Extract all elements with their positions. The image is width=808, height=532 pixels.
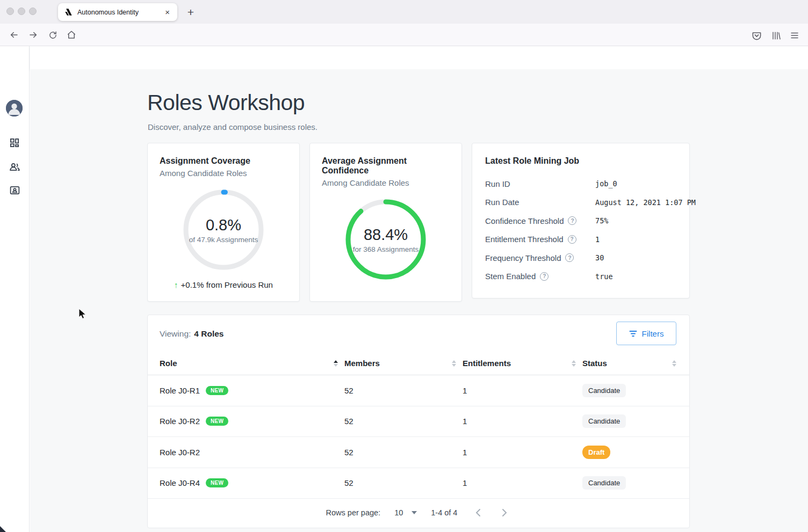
column-header-label: Entitlements [463, 359, 511, 368]
mining-job-details: Run IDjob_0Run DateAugust 12, 2021 1:07 … [485, 174, 676, 286]
mining-job-value: true [595, 272, 613, 281]
new-badge: NEW [206, 386, 228, 395]
filter-icon [629, 330, 637, 337]
role-name[interactable]: Role J0-R4 [160, 478, 200, 487]
column-header-role[interactable]: Role [160, 359, 344, 368]
back-icon[interactable] [8, 28, 20, 41]
table-row[interactable]: Role J0-R4NEW521Candidate [148, 468, 689, 499]
new-tab-button[interactable]: + [184, 5, 198, 19]
corner-cursor-artifact [0, 526, 6, 532]
mining-job-row: Run DateAugust 12, 2021 1:07 PM [485, 193, 676, 212]
reload-icon[interactable] [46, 28, 59, 41]
browser-window: Autonomous Identity × + https://autoid-u… [0, 0, 808, 532]
entitlements-count: 1 [463, 448, 582, 457]
help-icon[interactable]: ? [568, 235, 576, 244]
column-header-label: Members [344, 359, 380, 368]
status-badge: Candidate [582, 414, 626, 428]
mining-job-label: Confidence Threshold [485, 216, 564, 225]
app-top-bar [30, 46, 808, 69]
role-name[interactable]: Role J0-R2 [160, 448, 200, 457]
browser-tab-bar: Autonomous Identity × + [0, 0, 808, 24]
mouse-cursor [78, 308, 88, 320]
column-header-entitlements[interactable]: Entitlements [463, 359, 582, 368]
next-page-icon[interactable] [498, 506, 511, 519]
confidence-caption: for 368 Assignments [353, 245, 419, 253]
page-subtitle: Discover, analyze and compose business r… [148, 122, 318, 132]
latest-role-mining-job-card: Latest Role Mining Job Run IDjob_0Run Da… [472, 143, 690, 298]
sidebar-item-identities[interactable] [9, 161, 20, 172]
coverage-caption: of 47.9k Assignments [189, 236, 258, 244]
mining-job-value: 1 [595, 235, 600, 244]
table-row[interactable]: Role J0-R1NEW521Candidate [148, 375, 689, 406]
column-header-members[interactable]: Members [344, 359, 463, 368]
browser-tab[interactable]: Autonomous Identity × [58, 3, 177, 21]
assignment-coverage-card: Assignment Coverage Among Candidate Role… [147, 143, 300, 302]
app-sidebar [0, 46, 30, 532]
mining-job-label: Run Date [485, 198, 519, 207]
help-icon[interactable]: ? [568, 216, 576, 225]
members-count: 52 [344, 478, 463, 487]
members-count: 52 [344, 417, 463, 426]
table-header-row: RoleMembersEntitlementsStatus [148, 352, 689, 375]
column-header-label: Role [160, 359, 177, 368]
forward-icon[interactable] [27, 28, 40, 41]
coverage-card-subtitle: Among Candidate Roles [160, 169, 287, 178]
tab-close-icon[interactable]: × [163, 7, 172, 17]
roles-table-card: Viewing:4 Roles Filters RoleMembersEntit… [147, 315, 690, 528]
sort-icon[interactable] [572, 360, 576, 367]
table-row[interactable]: Role J0-R2521Draft [148, 437, 689, 468]
role-name[interactable]: Role J0-R1 [160, 386, 200, 395]
forgerock-favicon-icon [64, 8, 73, 16]
members-count: 52 [344, 386, 463, 395]
entitlements-count: 1 [463, 478, 582, 487]
status-badge: Candidate [582, 476, 626, 490]
window-zoom-button[interactable] [29, 8, 37, 15]
library-icon[interactable] [769, 28, 783, 42]
window-minimize-button[interactable] [18, 8, 25, 15]
rows-per-page-select[interactable]: 10 [394, 508, 417, 517]
mining-job-row: Frequency Threshold?30 [485, 249, 676, 267]
delta-up-arrow-icon: ↑ [174, 280, 178, 289]
pocket-icon[interactable] [749, 28, 763, 42]
sidebar-item-dashboard[interactable] [9, 137, 20, 149]
confidence-value: 88.4% [364, 226, 408, 244]
previous-page-icon[interactable] [471, 506, 484, 519]
page-title: Roles Workshop [147, 90, 305, 115]
home-icon[interactable] [65, 28, 78, 41]
window-close-button[interactable] [6, 8, 14, 15]
sort-icon[interactable] [672, 360, 676, 367]
table-body: Role J0-R1NEW521CandidateRole J0-R2NEW52… [148, 375, 689, 499]
user-avatar[interactable] [6, 100, 23, 116]
column-header-label: Status [582, 359, 607, 368]
tab-title: Autonomous Identity [77, 9, 163, 16]
role-name[interactable]: Role J0-R2 [160, 417, 200, 426]
mining-job-card-title: Latest Role Mining Job [485, 156, 676, 166]
mining-job-value: August 12, 2021 1:07 PM [595, 198, 696, 207]
new-badge: NEW [206, 417, 228, 426]
entitlements-count: 1 [463, 417, 582, 426]
sidebar-item-roles[interactable] [9, 184, 20, 196]
filters-button[interactable]: Filters [616, 322, 676, 345]
column-header-status[interactable]: Status [582, 359, 683, 368]
viewing-count: Viewing:4 Roles [160, 329, 223, 339]
help-icon[interactable]: ? [565, 253, 574, 262]
mining-job-row: Entitlement Threshold?1 [485, 230, 676, 249]
table-toolbar: Viewing:4 Roles Filters [148, 315, 689, 352]
mining-job-label: Run ID [485, 179, 510, 188]
mining-job-label: Frequency Threshold [485, 253, 561, 263]
mining-job-row: Run IDjob_0 [485, 174, 676, 193]
menu-hamburger-icon[interactable] [788, 28, 802, 42]
mining-job-value: 75% [595, 216, 608, 225]
table-pagination: Rows per page: 10 1-4 of 4 [148, 498, 689, 528]
sort-icon[interactable] [452, 360, 456, 367]
mining-job-value: 30 [595, 253, 604, 262]
sort-icon[interactable] [334, 360, 338, 367]
confidence-card-subtitle: Among Candidate Roles [322, 178, 450, 187]
help-icon[interactable]: ? [540, 272, 549, 281]
assignment-confidence-card: Average Assignment Confidence Among Cand… [309, 143, 462, 302]
chevron-down-icon [412, 511, 417, 514]
mining-job-label: Stem Enabled [485, 272, 536, 281]
table-row[interactable]: Role J0-R2NEW521Candidate [148, 406, 689, 438]
confidence-donut-chart: 88.4% for 368 Assignments [345, 199, 426, 280]
coverage-card-title: Assignment Coverage [160, 156, 287, 166]
